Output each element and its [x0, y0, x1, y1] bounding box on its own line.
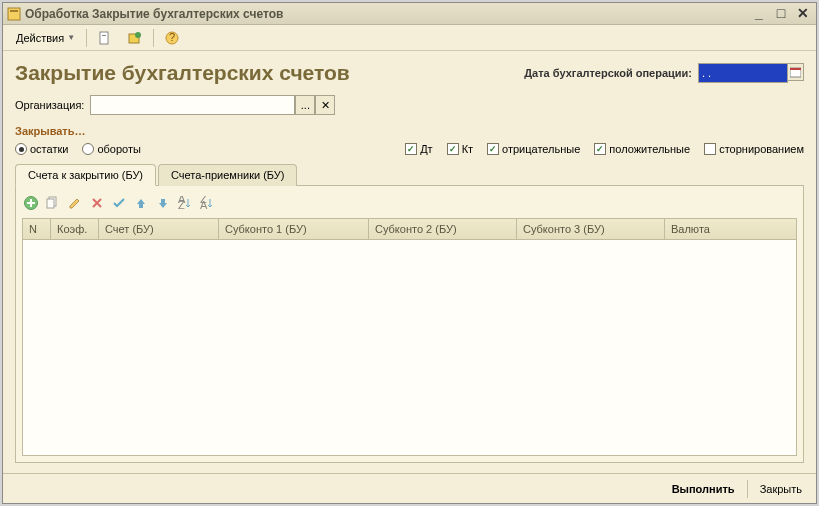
svg-rect-2: [100, 32, 108, 44]
plus-circle-icon: [24, 196, 39, 211]
footer-bar: Выполнить Закрыть: [3, 473, 816, 503]
org-input[interactable]: [90, 95, 295, 115]
close-window-button[interactable]: ✕: [794, 6, 812, 22]
document-icon: [98, 31, 112, 45]
toolbar: Действия ▼ ?: [3, 25, 816, 51]
move-up-button[interactable]: [132, 194, 150, 212]
checkbox-icon: [487, 143, 499, 155]
col-subconto1[interactable]: Субконто 1 (БУ): [219, 219, 369, 239]
chevron-down-icon: ▼: [67, 33, 75, 42]
section-label: Закрывать…: [15, 125, 804, 137]
minimize-button[interactable]: _: [750, 6, 768, 22]
calendar-icon: [790, 67, 801, 78]
move-down-button[interactable]: [154, 194, 172, 212]
actions-label: Действия: [16, 32, 64, 44]
org-clear-button[interactable]: ✕: [315, 95, 335, 115]
tab-bar: Счета к закрытию (БУ) Счета-приемники (Б…: [15, 163, 804, 186]
delete-icon: [90, 196, 104, 210]
svg-text:?: ?: [169, 31, 175, 43]
org-label: Организация:: [15, 99, 84, 111]
sort-desc-icon: ZA: [200, 196, 214, 210]
maximize-button[interactable]: □: [772, 6, 790, 22]
checkbox-dt[interactable]: Дт: [405, 143, 433, 155]
col-subconto3[interactable]: Субконто 3 (БУ): [517, 219, 665, 239]
grid-header: N Коэф. Счет (БУ) Субконто 1 (БУ) Субкон…: [23, 219, 796, 240]
col-account[interactable]: Счет (БУ): [99, 219, 219, 239]
main-window: Обработка Закрытие бухгалтерских счетов …: [2, 2, 817, 504]
tab-content: AZ ZA N Коэф. Счет (БУ) Субконто 1 (БУ) …: [15, 186, 804, 463]
separator: [747, 480, 748, 498]
arrow-up-icon: [134, 196, 148, 210]
svg-rect-3: [102, 35, 106, 36]
checkmark-icon: [112, 196, 126, 210]
checkbox-icon: [405, 143, 417, 155]
checkbox-icon: [704, 143, 716, 155]
sort-asc-button[interactable]: AZ: [176, 194, 194, 212]
content-area: Закрытие бухгалтерских счетов Дата бухга…: [3, 51, 816, 473]
svg-rect-0: [8, 8, 20, 20]
checkbox-kt[interactable]: Кт: [447, 143, 473, 155]
sort-asc-icon: AZ: [178, 196, 192, 210]
checkbox-icon: [594, 143, 606, 155]
svg-text:Z: Z: [178, 199, 185, 210]
tab-accounts-to-close[interactable]: Счета к закрытию (БУ): [15, 164, 156, 186]
grid-toolbar: AZ ZA: [22, 192, 797, 218]
edit-row-button[interactable]: [66, 194, 84, 212]
separator: [86, 29, 87, 47]
checkbox-storno[interactable]: сторнированием: [704, 143, 804, 155]
svg-rect-14: [47, 199, 54, 208]
svg-text:A: A: [200, 199, 208, 210]
svg-rect-9: [790, 68, 801, 70]
refresh-icon: [128, 31, 142, 45]
titlebar-text: Обработка Закрытие бухгалтерских счетов: [25, 7, 750, 21]
date-input[interactable]: . .: [698, 63, 788, 83]
svg-rect-12: [27, 202, 35, 204]
sort-desc-button[interactable]: ZA: [198, 194, 216, 212]
page-title: Закрытие бухгалтерских счетов: [15, 61, 350, 85]
svg-rect-1: [10, 10, 18, 12]
delete-row-button[interactable]: [88, 194, 106, 212]
col-currency[interactable]: Валюта: [665, 219, 796, 239]
actions-menu-button[interactable]: Действия ▼: [9, 28, 82, 48]
separator: [153, 29, 154, 47]
execute-button[interactable]: Выполнить: [668, 481, 739, 497]
copy-icon: [46, 196, 60, 210]
app-icon: [7, 7, 21, 21]
help-button[interactable]: ?: [158, 28, 186, 48]
arrow-down-icon: [156, 196, 170, 210]
accounts-grid[interactable]: N Коэф. Счет (БУ) Субконто 1 (БУ) Субкон…: [22, 218, 797, 456]
toolbar-icon-1[interactable]: [91, 28, 119, 48]
close-button[interactable]: Закрыть: [756, 481, 806, 497]
col-n[interactable]: N: [23, 219, 51, 239]
svg-point-5: [135, 32, 141, 38]
calendar-button[interactable]: [788, 63, 804, 81]
org-select-button[interactable]: ...: [295, 95, 315, 115]
tab-receiver-accounts[interactable]: Счета-приемники (БУ): [158, 164, 297, 186]
radio-turnover[interactable]: обороты: [82, 143, 140, 155]
col-subconto2[interactable]: Субконто 2 (БУ): [369, 219, 517, 239]
radio-icon: [82, 143, 94, 155]
checkbox-positive[interactable]: положительные: [594, 143, 690, 155]
toolbar-icon-2[interactable]: [121, 28, 149, 48]
finish-edit-button[interactable]: [110, 194, 128, 212]
col-coef[interactable]: Коэф.: [51, 219, 99, 239]
options-row: остатки обороты Дт Кт отрицательные по: [15, 143, 804, 155]
copy-row-button[interactable]: [44, 194, 62, 212]
help-icon: ?: [165, 31, 179, 45]
radio-icon: [15, 143, 27, 155]
radio-balances[interactable]: остатки: [15, 143, 68, 155]
checkbox-negative[interactable]: отрицательные: [487, 143, 580, 155]
date-label: Дата бухгалтерской операции:: [524, 67, 692, 79]
titlebar: Обработка Закрытие бухгалтерских счетов …: [3, 3, 816, 25]
add-row-button[interactable]: [22, 194, 40, 212]
pencil-icon: [68, 196, 82, 210]
checkbox-icon: [447, 143, 459, 155]
